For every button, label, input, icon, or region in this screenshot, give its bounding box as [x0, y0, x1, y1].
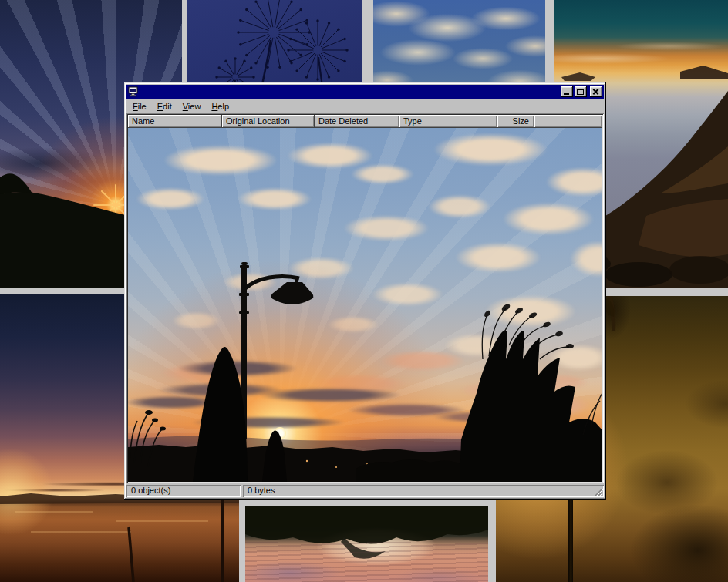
photo-water-reflection	[245, 506, 488, 582]
column-header-type[interactable]: Type	[399, 115, 497, 128]
list-view-photo-background[interactable]	[128, 128, 602, 482]
status-bytes: 0 bytes	[248, 486, 275, 495]
window-controls	[561, 86, 602, 97]
list-view-frame: Name Original Location Date Deleted Type…	[126, 113, 604, 483]
column-header-size[interactable]: Size	[497, 115, 534, 128]
menu-help[interactable]: Help	[207, 100, 234, 113]
resize-grip[interactable]	[593, 486, 603, 496]
computer-icon	[128, 86, 139, 97]
close-icon	[590, 86, 602, 97]
minimize-button[interactable]	[561, 86, 573, 97]
status-bytes-panel: 0 bytes	[243, 485, 604, 497]
status-bar: 0 object(s) 0 bytes	[126, 485, 604, 497]
water-ripples	[245, 542, 488, 582]
menu-bar: File Edit View Help	[126, 99, 604, 113]
menu-file[interactable]: File	[128, 100, 151, 113]
maximize-button[interactable]	[575, 86, 587, 97]
column-header-original-location[interactable]: Original Location	[222, 115, 315, 128]
maximize-icon	[575, 86, 587, 97]
menu-edit[interactable]: Edit	[153, 100, 177, 113]
minimize-icon	[561, 86, 573, 97]
menu-view[interactable]: View	[178, 100, 206, 113]
desktop: File Edit View Help Name Original Locati…	[0, 0, 728, 582]
title-bar[interactable]	[126, 85, 604, 99]
column-header-filler[interactable]	[534, 115, 602, 128]
photo-silhouettes	[128, 128, 602, 482]
close-button[interactable]	[590, 86, 602, 97]
column-header-date-deleted[interactable]: Date Deleted	[315, 115, 399, 128]
column-headers: Name Original Location Date Deleted Type…	[128, 115, 602, 128]
recycle-bin-window: File Edit View Help Name Original Locati…	[124, 82, 606, 500]
column-header-name[interactable]: Name	[128, 115, 222, 128]
status-objects: 0 object(s)	[126, 485, 241, 497]
